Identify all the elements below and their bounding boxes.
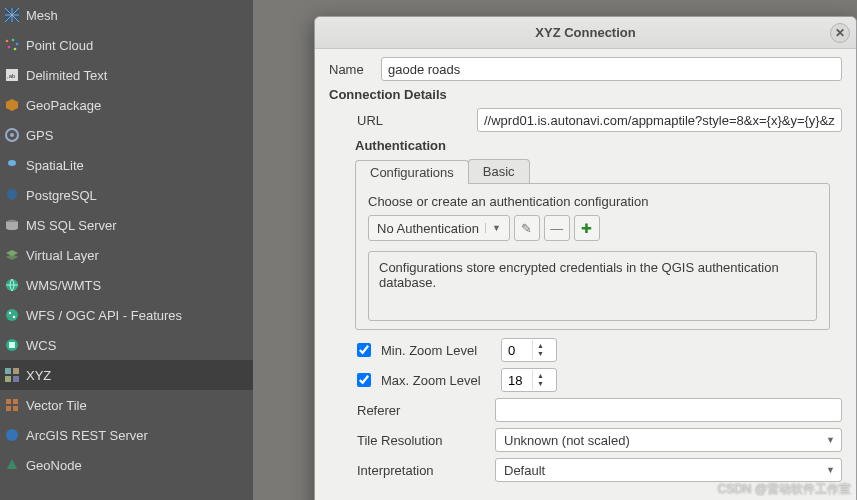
wcs-icon: [4, 337, 20, 353]
sidebar-item-label: GPS: [26, 128, 53, 143]
max-zoom-value[interactable]: [502, 370, 532, 390]
chevron-down-icon: ▼: [485, 223, 507, 233]
wms-icon: [4, 277, 20, 293]
referer-input[interactable]: [495, 398, 842, 422]
sidebar-item-wfs[interactable]: WFS / OGC API - Features: [0, 300, 253, 330]
svg-rect-24: [13, 406, 18, 411]
svg-rect-21: [6, 399, 11, 404]
interpretation-combo[interactable]: Default▼: [495, 458, 842, 482]
plus-icon: ✚: [581, 221, 592, 236]
sidebar-item-label: WCS: [26, 338, 56, 353]
minus-icon: —: [550, 221, 563, 236]
sidebar-item-mesh[interactable]: Mesh: [0, 0, 253, 30]
sidebar-item-label: GeoPackage: [26, 98, 101, 113]
connection-details-heading: Connection Details: [329, 87, 842, 102]
sidebar-item-label: Mesh: [26, 8, 58, 23]
close-icon[interactable]: ✕: [830, 23, 850, 43]
auth-config-combo[interactable]: No Authentication ▼: [368, 215, 510, 241]
auth-config-panel: Choose or create an authentication confi…: [355, 183, 830, 330]
sidebar-item-gps[interactable]: GPS: [0, 120, 253, 150]
name-input[interactable]: [381, 57, 842, 81]
arcgis-icon: [4, 427, 20, 443]
sidebar-item-geonode[interactable]: GeoNode: [0, 450, 253, 480]
max-zoom-checkbox[interactable]: [357, 373, 371, 387]
auth-add-button[interactable]: ✚: [574, 215, 600, 241]
svg-text:,ab: ,ab: [7, 73, 16, 79]
sidebar-item-label: WMS/WMTS: [26, 278, 101, 293]
mesh-icon: [4, 7, 20, 23]
pencil-icon: ✎: [521, 221, 532, 236]
svg-point-4: [8, 46, 11, 49]
geopackage-icon: [4, 97, 20, 113]
virtual-layer-icon: [4, 247, 20, 263]
svg-rect-18: [13, 368, 19, 374]
sidebar-item-delimited-text[interactable]: ,abDelimited Text: [0, 60, 253, 90]
sidebar-item-label: SpatiaLite: [26, 158, 84, 173]
min-zoom-spinbox[interactable]: ▲▼: [501, 338, 557, 362]
vector-tile-icon: [4, 397, 20, 413]
sidebar-item-wcs[interactable]: WCS: [0, 330, 253, 360]
interpretation-value: Default: [504, 463, 545, 478]
svg-point-14: [13, 316, 15, 318]
max-zoom-spinbox[interactable]: ▲▼: [501, 368, 557, 392]
xyz-icon: [4, 367, 20, 383]
authentication-heading: Authentication: [329, 138, 842, 153]
auth-description: Configurations store encrypted credentia…: [368, 251, 817, 321]
svg-point-1: [6, 40, 9, 43]
max-zoom-label: Max. Zoom Level: [381, 373, 491, 388]
chevron-down-icon[interactable]: ▼: [537, 380, 544, 388]
svg-point-13: [9, 312, 11, 314]
sidebar-item-label: Vector Tile: [26, 398, 87, 413]
tab-basic[interactable]: Basic: [468, 159, 530, 183]
sidebar-item-point-cloud[interactable]: Point Cloud: [0, 30, 253, 60]
gps-icon: [4, 127, 20, 143]
postgresql-icon: [4, 187, 20, 203]
sidebar-item-wms[interactable]: WMS/WMTS: [0, 270, 253, 300]
svg-rect-20: [13, 376, 19, 382]
url-input[interactable]: [477, 108, 842, 132]
sidebar-item-label: Point Cloud: [26, 38, 93, 53]
interpretation-label: Interpretation: [357, 463, 485, 478]
chevron-up-icon[interactable]: ▲: [537, 342, 544, 350]
auth-remove-button[interactable]: —: [544, 215, 570, 241]
sidebar-item-spatialite[interactable]: SpatiaLite: [0, 150, 253, 180]
svg-rect-22: [13, 399, 18, 404]
min-zoom-label: Min. Zoom Level: [381, 343, 491, 358]
mssql-icon: [4, 217, 20, 233]
tile-resolution-combo[interactable]: Unknown (not scaled)▼: [495, 428, 842, 452]
min-zoom-checkbox[interactable]: [357, 343, 371, 357]
svg-point-12: [6, 309, 18, 321]
tile-resolution-label: Tile Resolution: [357, 433, 485, 448]
referer-label: Referer: [357, 403, 485, 418]
dialog-titlebar[interactable]: XYZ Connection ✕: [315, 17, 856, 49]
chevron-down-icon: ▼: [826, 465, 835, 475]
xyz-connection-dialog: XYZ Connection ✕ Name Connection Details…: [314, 16, 857, 500]
auth-choose-text: Choose or create an authentication confi…: [368, 194, 817, 209]
sidebar-item-arcgis[interactable]: ArcGIS REST Server: [0, 420, 253, 450]
tab-configurations[interactable]: Configurations: [355, 160, 469, 184]
sidebar-item-vector-tile[interactable]: Vector Tile: [0, 390, 253, 420]
spatialite-icon: [4, 157, 20, 173]
sidebar-item-mssql[interactable]: MS SQL Server: [0, 210, 253, 240]
sidebar-item-label: GeoNode: [26, 458, 82, 473]
data-source-sidebar: Mesh Point Cloud ,abDelimited Text GeoPa…: [0, 0, 253, 500]
svg-point-2: [12, 39, 15, 42]
chevron-down-icon[interactable]: ▼: [537, 350, 544, 358]
min-zoom-value[interactable]: [502, 340, 532, 360]
sidebar-item-xyz[interactable]: XYZ: [0, 360, 253, 390]
sidebar-item-postgresql[interactable]: PostgreSQL: [0, 180, 253, 210]
sidebar-item-virtual-layer[interactable]: Virtual Layer: [0, 240, 253, 270]
sidebar-item-label: ArcGIS REST Server: [26, 428, 148, 443]
chevron-down-icon: ▼: [826, 435, 835, 445]
delimited-text-icon: ,ab: [4, 67, 20, 83]
watermark: CSDN @雷动软件工作室: [717, 481, 851, 498]
sidebar-item-label: Virtual Layer: [26, 248, 99, 263]
sidebar-item-geopackage[interactable]: GeoPackage: [0, 90, 253, 120]
sidebar-item-label: MS SQL Server: [26, 218, 117, 233]
svg-rect-17: [5, 368, 11, 374]
geonode-icon: [4, 457, 20, 473]
auth-edit-button[interactable]: ✎: [514, 215, 540, 241]
chevron-up-icon[interactable]: ▲: [537, 372, 544, 380]
point-cloud-icon: [4, 37, 20, 53]
url-label: URL: [357, 113, 467, 128]
